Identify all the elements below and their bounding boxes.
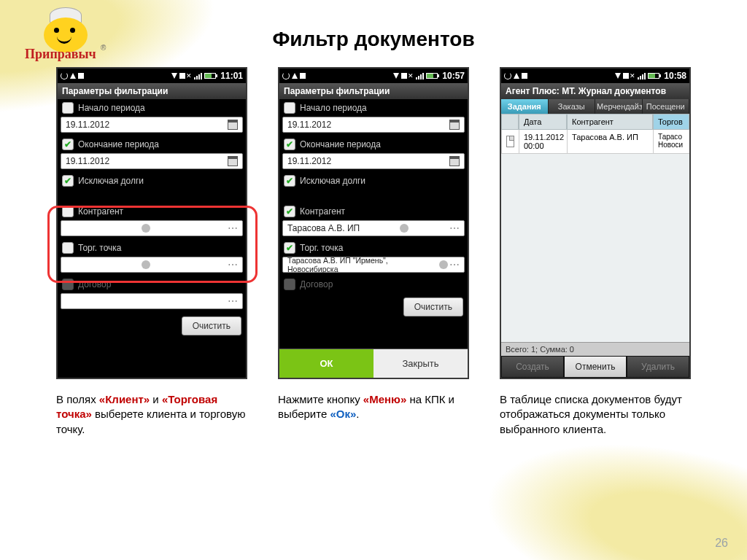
hardware-menu: ОК Закрыть bbox=[279, 349, 468, 378]
up-icon bbox=[514, 73, 519, 79]
start-period-input[interactable]: 19.11.2012 bbox=[282, 117, 465, 133]
mic-icon bbox=[142, 224, 150, 233]
create-button[interactable]: Создать bbox=[501, 356, 564, 378]
sim-icon bbox=[179, 73, 185, 79]
end-period-input[interactable]: 19.11.2012 bbox=[282, 153, 465, 169]
page-number: 26 bbox=[715, 537, 728, 550]
app-header: Агент Плюс: МТ. Журнал документов bbox=[501, 83, 689, 99]
exclude-debts-checkbox[interactable] bbox=[62, 175, 74, 187]
kontragent-input[interactable]: ⋯ bbox=[61, 220, 243, 236]
sim-icon bbox=[623, 73, 629, 79]
download-icon bbox=[171, 73, 177, 79]
torg-input[interactable]: ⋯ bbox=[61, 257, 243, 273]
end-period-checkbox[interactable] bbox=[284, 139, 295, 150]
kontragent-checkbox[interactable] bbox=[284, 206, 295, 217]
kontragent-checkbox[interactable] bbox=[62, 206, 74, 217]
grid-header: Дата Контрагент Торгов bbox=[501, 114, 689, 130]
sync-icon bbox=[61, 72, 68, 79]
calendar-icon[interactable] bbox=[449, 120, 460, 130]
no-signal-icon: ✕ bbox=[630, 72, 635, 79]
download-icon bbox=[615, 73, 621, 79]
screenshot-3: ✕ 10:58 Агент Плюс: МТ. Журнал документо… bbox=[500, 67, 691, 379]
browse-icon[interactable]: ⋯ bbox=[228, 225, 238, 232]
tab-orders[interactable]: Заказы bbox=[549, 99, 596, 114]
clock: 11:01 bbox=[220, 71, 243, 81]
clock: 10:57 bbox=[442, 71, 465, 81]
end-period-checkbox[interactable] bbox=[62, 139, 74, 150]
caption-3: В таблице списка документов будут отобра… bbox=[500, 392, 691, 437]
exclude-debts-checkbox[interactable] bbox=[284, 175, 295, 187]
calendar-icon[interactable] bbox=[228, 156, 238, 166]
calendar-icon[interactable] bbox=[449, 156, 460, 166]
battery-icon bbox=[426, 73, 438, 79]
torg-checkbox[interactable] bbox=[284, 242, 295, 254]
tab-tasks[interactable]: Задания bbox=[501, 99, 549, 114]
clock: 10:58 bbox=[664, 71, 686, 81]
start-period-label: Начало периода bbox=[300, 103, 367, 113]
sync-icon bbox=[504, 72, 511, 79]
cell-torg: Тарасо Новоси bbox=[653, 130, 689, 154]
close-button[interactable]: Закрыть bbox=[374, 349, 468, 378]
start-period-input[interactable]: 19.11.2012 bbox=[61, 117, 243, 133]
col-torg[interactable]: Торгов bbox=[653, 114, 689, 130]
start-period-label: Начало периода bbox=[78, 103, 145, 113]
caption-1: В полях «Клиент» и «Торговая точка» выбе… bbox=[56, 392, 247, 437]
start-period-checkbox[interactable] bbox=[284, 102, 295, 114]
calendar-icon[interactable] bbox=[228, 120, 238, 130]
dogovor-label: Договор bbox=[78, 279, 111, 289]
up-icon bbox=[292, 73, 298, 79]
cancel-button[interactable]: Отменить bbox=[564, 356, 627, 378]
start-period-checkbox[interactable] bbox=[62, 102, 74, 114]
square-icon bbox=[522, 73, 527, 79]
dogovor-label: Договор bbox=[300, 279, 333, 289]
screenshot-2: ✕ 10:57 Параметры фильтрации Начало пери… bbox=[278, 67, 469, 379]
square-icon bbox=[78, 73, 84, 79]
clear-button[interactable]: Очистить bbox=[182, 316, 241, 335]
document-icon bbox=[506, 136, 514, 147]
signal-icon bbox=[194, 73, 202, 79]
caption-2: Нажмите кнопку «Меню» на КПК и выберите … bbox=[278, 392, 469, 437]
table-row[interactable]: 19.11.2012 00:00 Тарасова А.В. ИП Тарасо… bbox=[501, 130, 689, 154]
browse-icon[interactable]: ⋯ bbox=[228, 261, 238, 268]
mic-icon bbox=[439, 260, 448, 269]
tab-merch[interactable]: Мерчендайзинг bbox=[595, 99, 643, 114]
col-date[interactable]: Дата bbox=[519, 114, 567, 130]
summary-footer: Всего: 1; Сумма: 0 bbox=[501, 342, 689, 356]
no-signal-icon: ✕ bbox=[408, 72, 414, 79]
end-period-input[interactable]: 19.11.2012 bbox=[61, 153, 243, 169]
cell-date: 19.11.2012 00:00 bbox=[519, 130, 567, 154]
end-period-label: Окончание периода bbox=[78, 139, 159, 149]
tab-visits[interactable]: Посещени bbox=[643, 99, 690, 114]
mic-icon bbox=[400, 224, 409, 233]
exclude-debts-label: Исключая долги bbox=[78, 176, 144, 186]
dogovor-checkbox[interactable] bbox=[62, 279, 74, 290]
mic-icon bbox=[142, 260, 150, 269]
browse-icon[interactable]: ⋯ bbox=[449, 261, 460, 268]
tabs: Задания Заказы Мерчендайзинг Посещени bbox=[501, 99, 689, 114]
dogovor-checkbox[interactable] bbox=[284, 279, 295, 290]
clear-button[interactable]: Очистить bbox=[403, 298, 463, 316]
dogovor-input[interactable]: ⋯ bbox=[61, 293, 243, 309]
torg-label: Торг. точка bbox=[78, 243, 122, 253]
battery-icon bbox=[204, 73, 216, 79]
up-icon bbox=[70, 73, 76, 79]
square-icon bbox=[300, 73, 306, 79]
signal-icon bbox=[416, 73, 424, 79]
grid-empty-area bbox=[501, 154, 689, 342]
battery-icon bbox=[648, 73, 659, 79]
bg-decor-bottom bbox=[473, 418, 747, 560]
browse-icon[interactable]: ⋯ bbox=[228, 298, 238, 305]
torg-checkbox[interactable] bbox=[62, 242, 74, 254]
page-title: Фильтр документов bbox=[0, 28, 747, 51]
status-bar: ✕ 10:58 bbox=[501, 69, 689, 83]
sim-icon bbox=[401, 73, 407, 79]
torg-input[interactable]: Тарасова А.В. ИП "Ирмень", Новосибирска⋯ bbox=[282, 257, 465, 273]
kontragent-label: Контрагент bbox=[300, 206, 345, 217]
delete-button[interactable]: Удалить bbox=[627, 356, 689, 378]
screenshot-1: ✕ 11:01 Параметры фильтрации Начало пери… bbox=[56, 67, 247, 379]
kontragent-input[interactable]: Тарасова А.В. ИП⋯ bbox=[282, 220, 465, 236]
col-contractor[interactable]: Контрагент bbox=[567, 114, 653, 130]
browse-icon[interactable]: ⋯ bbox=[449, 225, 460, 232]
no-signal-icon: ✕ bbox=[186, 72, 192, 79]
ok-button[interactable]: ОК bbox=[279, 349, 374, 378]
